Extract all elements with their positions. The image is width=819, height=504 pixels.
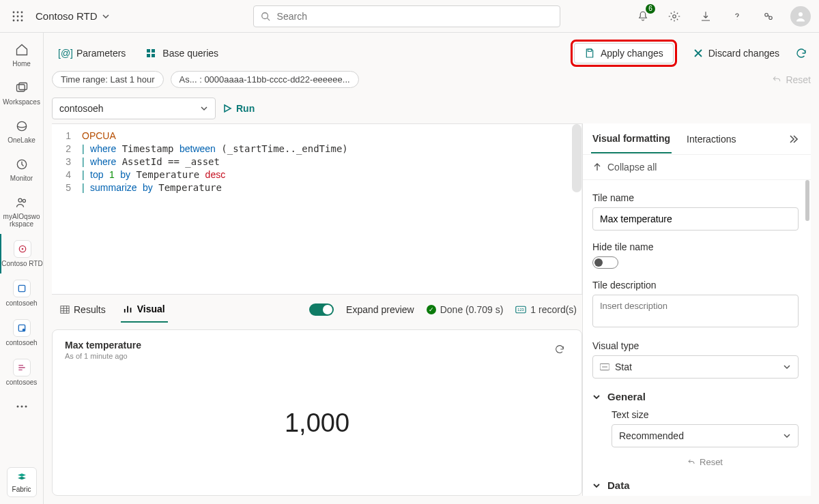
tab-visual[interactable]: Visual bbox=[121, 297, 168, 323]
visual-type-select[interactable]: Stat bbox=[592, 355, 799, 379]
tile-description-label: Tile description bbox=[592, 280, 799, 291]
monitor-icon bbox=[14, 156, 30, 173]
feedback-icon bbox=[762, 10, 775, 23]
record-count: 123 1 record(s) bbox=[515, 304, 577, 315]
results-bar: Results Visual Expand preview ✓ Done (0.… bbox=[52, 294, 582, 324]
query-editor[interactable]: 1OPCUA 2| where Timestamp between (_star… bbox=[52, 123, 582, 294]
notification-badge: 6 bbox=[646, 4, 655, 14]
parameters-icon: [@] bbox=[60, 48, 71, 59]
home-icon bbox=[14, 42, 30, 58]
run-button[interactable]: Run bbox=[222, 103, 255, 114]
svg-rect-22 bbox=[18, 285, 25, 291]
app-title-dropdown[interactable]: Contoso RTD bbox=[35, 10, 110, 22]
tile-name-label: Tile name bbox=[592, 192, 799, 203]
parameters-button[interactable]: [@] Parameters bbox=[52, 44, 134, 63]
datasource-dropdown[interactable]: contosoeh bbox=[52, 98, 216, 119]
rail-onelake[interactable]: OneLake bbox=[0, 112, 44, 150]
text-size-label: Text size bbox=[612, 409, 799, 420]
download-button[interactable] bbox=[696, 7, 715, 26]
tile-name-input[interactable] bbox=[592, 207, 799, 231]
chevron-down-icon bbox=[783, 432, 791, 440]
rail-workspaces[interactable]: Workspaces bbox=[0, 74, 44, 112]
chevron-double-right-icon bbox=[788, 134, 798, 144]
tile-description-input[interactable] bbox=[592, 295, 799, 327]
top-bar: Contoso RTD 6 bbox=[0, 0, 819, 33]
section-data[interactable]: Data bbox=[592, 479, 799, 491]
refresh-button[interactable] bbox=[792, 44, 811, 63]
card-title: Max temperature bbox=[65, 340, 141, 351]
apply-changes-highlight: Apply changes bbox=[571, 40, 677, 67]
search-box[interactable] bbox=[253, 5, 560, 27]
app-launcher-icon[interactable] bbox=[8, 7, 27, 26]
time-range-pill[interactable]: Time range: Last 1 hour bbox=[52, 71, 164, 88]
collapse-icon bbox=[592, 162, 602, 172]
discard-changes-button[interactable]: Discard changes bbox=[685, 44, 788, 63]
svg-point-21 bbox=[21, 248, 23, 250]
top-actions: 6 bbox=[633, 6, 811, 27]
eventstream-icon bbox=[13, 359, 31, 376]
close-icon bbox=[693, 48, 703, 58]
chevron-down-icon bbox=[592, 393, 601, 401]
rail-contosoeh1[interactable]: contosoeh bbox=[0, 273, 44, 313]
base-queries-icon bbox=[146, 48, 157, 59]
general-reset-button[interactable]: Reset bbox=[612, 457, 799, 467]
card-subtitle: As of 1 minute ago bbox=[65, 352, 141, 360]
hide-tile-name-label: Hide tile name bbox=[592, 241, 799, 252]
notifications-button[interactable]: 6 bbox=[633, 7, 652, 26]
panel-scrollbar[interactable] bbox=[805, 180, 809, 221]
base-queries-button[interactable]: Base queries bbox=[138, 44, 227, 63]
rail-contosoeh2[interactable]: contosoeh bbox=[0, 313, 44, 353]
app-title: Contoso RTD bbox=[35, 10, 98, 22]
rail-contoso-rtd[interactable]: Contoso RTD bbox=[0, 234, 44, 273]
svg-point-16 bbox=[17, 121, 26, 130]
hide-tile-name-toggle[interactable] bbox=[592, 256, 618, 269]
undo-icon bbox=[772, 75, 781, 85]
apply-changes-button[interactable]: Apply changes bbox=[574, 43, 674, 63]
stat-value: 1,000 bbox=[65, 360, 569, 486]
rail-contosoes[interactable]: contosoes bbox=[0, 353, 44, 392]
rail-myworkspace[interactable]: myAIOqswo rkspace bbox=[0, 188, 44, 234]
svg-point-10 bbox=[673, 14, 676, 18]
rail-more[interactable] bbox=[0, 392, 44, 421]
svg-rect-31 bbox=[152, 54, 155, 57]
svg-point-4 bbox=[17, 15, 19, 17]
undo-icon bbox=[687, 458, 695, 466]
onelake-icon bbox=[14, 118, 30, 134]
rail-monitor[interactable]: Monitor bbox=[0, 150, 44, 188]
settings-button[interactable] bbox=[665, 7, 684, 26]
dashboard-icon bbox=[14, 240, 31, 258]
account-avatar[interactable] bbox=[790, 6, 811, 27]
chevron-down-icon bbox=[783, 363, 791, 371]
section-general[interactable]: General bbox=[592, 391, 799, 402]
expand-preview-toggle[interactable] bbox=[309, 303, 334, 316]
editor-scrollbar[interactable] bbox=[572, 124, 581, 192]
svg-rect-15 bbox=[18, 83, 27, 90]
expand-preview-label: Expand preview bbox=[346, 304, 414, 315]
card-refresh-button[interactable] bbox=[550, 340, 569, 359]
tab-interactions[interactable]: Interactions bbox=[685, 125, 737, 153]
rail-home[interactable]: Home bbox=[0, 35, 44, 74]
help-icon bbox=[732, 11, 743, 22]
tab-results[interactable]: Results bbox=[57, 297, 109, 322]
tab-visual-formatting[interactable]: Visual formatting bbox=[591, 125, 672, 153]
search-input[interactable] bbox=[276, 10, 553, 23]
check-icon: ✓ bbox=[427, 305, 436, 314]
svg-point-8 bbox=[21, 19, 23, 21]
feedback-button[interactable] bbox=[759, 7, 778, 26]
chart-icon bbox=[124, 304, 133, 314]
refresh-icon bbox=[795, 47, 807, 59]
formatting-panel: Visual formatting Interactions Collapse … bbox=[582, 123, 811, 496]
main-area: [@] Parameters Base queries Apply change… bbox=[44, 33, 819, 504]
collapse-all-button[interactable]: Collapse all bbox=[583, 155, 811, 180]
rail-fabric[interactable]: Fabric bbox=[7, 467, 37, 497]
asset-pill[interactable]: As... : 0000aaaa-11bb-cccc-dd22-eeeeee..… bbox=[171, 71, 359, 88]
table-icon bbox=[60, 305, 70, 314]
help-button[interactable] bbox=[728, 7, 747, 26]
filter-toolbar: Time range: Last 1 hour As... : 0000aaaa… bbox=[52, 71, 811, 88]
chevron-down-icon bbox=[200, 104, 208, 113]
query-status: ✓ Done (0.709 s) bbox=[427, 304, 504, 315]
panel-expand-button[interactable] bbox=[784, 130, 803, 149]
text-size-select[interactable]: Recommended bbox=[612, 424, 799, 447]
svg-point-7 bbox=[17, 19, 19, 21]
reset-button-disabled: Reset bbox=[772, 74, 811, 85]
